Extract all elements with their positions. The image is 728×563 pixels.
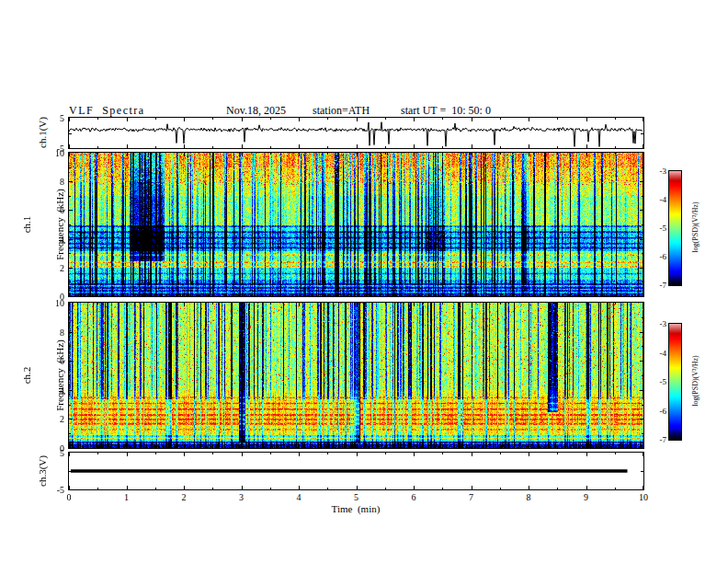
x-axis-label: Time (min): [332, 503, 381, 514]
ch1-colorbar-tick-label: -6: [660, 252, 667, 261]
ch2-colorbar: [668, 323, 682, 441]
ch2-colorbar-unit-label: log(PSD)(V²/Hz): [691, 355, 700, 406]
ch2-spec-y-tick-label: 8: [60, 327, 64, 337]
ch2-colorbar-tick-label: -5: [660, 377, 667, 386]
x-tick-label: 7: [469, 492, 473, 502]
ch3-wave-y-tick-label: -5: [57, 485, 64, 495]
ch1-colorbar: [668, 170, 682, 286]
ch2-spec-y-tick-label: 6: [60, 356, 64, 366]
x-tick-label: 1: [124, 492, 129, 502]
vlf-spectra-figure: VLF Spectra Nov.18, 2025 station=ATH sta…: [0, 0, 728, 563]
ch1-spec-y-tick-label: 4: [60, 234, 64, 244]
ch1-colorbar-tick-label: -4: [660, 195, 667, 204]
x-tick-label: 8: [527, 492, 531, 502]
ch1-waveform-plot: [68, 117, 644, 149]
ch1-frequency-axis-label: ch.1 Frequency (kHz): [0, 189, 87, 260]
ch2-colorbar-tick-label: -3: [660, 319, 667, 328]
ch1-colorbar-tick-label: -3: [660, 167, 667, 176]
date-label: Nov.18, 2025: [226, 104, 286, 118]
ch1-spec-y-tick-label: 2: [60, 262, 64, 272]
ch1-voltage-axis-label: ch.1(V): [37, 117, 48, 148]
x-tick-label: 2: [182, 492, 187, 502]
ch2-colorbar-tick-label: -6: [660, 407, 667, 416]
ch1-spec-y-tick-label: 8: [60, 177, 64, 187]
ch2-colorbar-tick-label: -7: [660, 435, 667, 444]
x-tick-label: 0: [67, 492, 72, 502]
ch1-spectrogram: [68, 152, 644, 297]
ch2-spec-y-tick-label: 4: [60, 385, 64, 395]
ch3-waveform-plot: [68, 452, 644, 490]
ch1-wave-y-tick-label: 5: [60, 113, 64, 123]
x-tick-label: 10: [639, 492, 648, 502]
ch1-colorbar-tick-label: -5: [660, 224, 667, 233]
ch1-colorbar-unit-label: log(PSD)(V²/Hz): [691, 201, 700, 252]
ch1-spec-y-tick-label: 6: [60, 205, 64, 215]
x-tick-label: 9: [584, 492, 588, 502]
ch1-axis-line1: ch.1: [21, 189, 32, 260]
x-tick-label: 4: [297, 492, 301, 502]
ch2-spec-y-tick-label: 2: [60, 414, 64, 424]
ch2-axis-line2: Frequency (kHz): [54, 339, 65, 411]
ch2-spec-y-tick-label: 10: [55, 298, 64, 308]
figure-title: VLF Spectra: [69, 104, 145, 118]
ch1-axis-line2: Frequency (kHz): [54, 189, 65, 260]
x-tick-label: 6: [412, 492, 416, 502]
ch2-frequency-axis-label: ch.2 Frequency (kHz): [0, 339, 87, 411]
ch3-voltage-axis-label: ch.3(V): [37, 455, 48, 487]
ch3-wave-y-tick-label: 5: [60, 448, 64, 458]
start-time-label: start UT = 10: 50: 0: [401, 104, 491, 118]
station-label: station=ATH: [313, 104, 370, 118]
ch2-axis-line1: ch.2: [21, 339, 32, 411]
ch1-wave-y-tick-label: -5: [57, 144, 64, 154]
ch2-colorbar-tick-label: -4: [660, 349, 667, 358]
x-tick-label: 5: [354, 492, 358, 502]
ch1-colorbar-tick-label: -7: [660, 281, 667, 290]
ch2-spectrogram: [68, 302, 644, 449]
x-tick-label: 3: [239, 492, 244, 502]
